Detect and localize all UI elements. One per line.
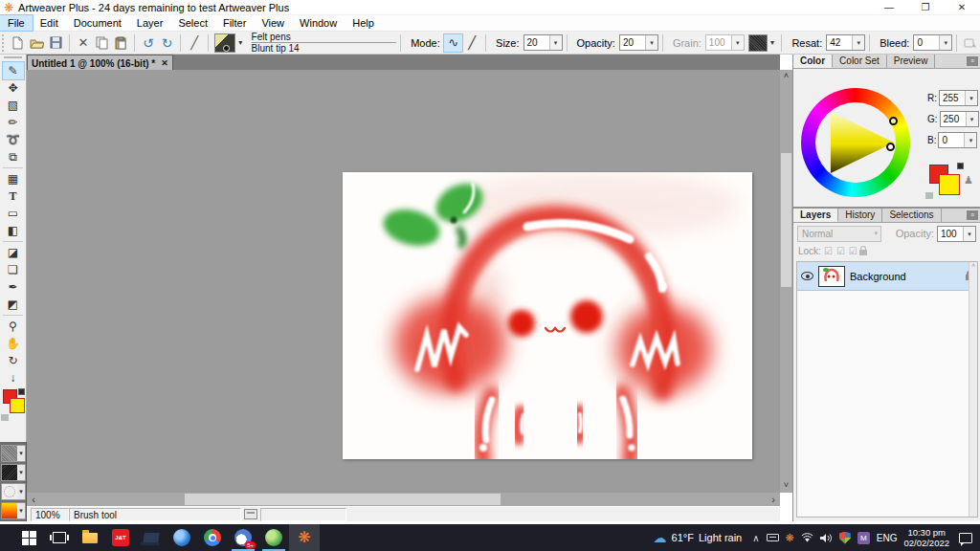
tab-preview[interactable]: Preview xyxy=(887,55,936,68)
b-value[interactable]: 0 xyxy=(939,133,964,147)
security-tray-icon[interactable] xyxy=(839,532,851,544)
tool-rotate-canvas[interactable]: ↻ xyxy=(3,352,24,369)
opacity-spinner[interactable]: 20▾ xyxy=(619,34,658,51)
tool-select-rectangle[interactable]: ▧ xyxy=(3,97,24,114)
resat-dropdown-arrow[interactable]: ▾ xyxy=(852,35,864,50)
laptop-app-button[interactable] xyxy=(136,524,167,551)
texture-selector[interactable]: ▾ xyxy=(1,464,26,481)
tab-history[interactable]: History xyxy=(838,209,882,222)
copy-button[interactable] xyxy=(93,33,112,53)
layer-row-background[interactable]: Background xyxy=(797,262,977,291)
tool-crop[interactable]: ⧉ xyxy=(3,148,24,165)
size-value[interactable]: 20 xyxy=(524,35,549,50)
layer-visibility-eye-icon[interactable] xyxy=(801,272,813,280)
bleed-value[interactable]: 0 xyxy=(914,35,939,50)
edge-button[interactable] xyxy=(167,524,197,551)
tab-color[interactable]: Color xyxy=(793,55,833,68)
undo-button[interactable]: ↺ xyxy=(139,33,158,53)
tool-text[interactable]: T xyxy=(3,187,24,205)
redo-button[interactable]: ↻ xyxy=(158,33,177,53)
volume-tray-icon[interactable] xyxy=(820,533,833,543)
color-panel-menu-icon[interactable]: ≡ xyxy=(967,56,978,66)
gradient-dropdown-arrow[interactable]: ▾ xyxy=(17,503,25,518)
r-dropdown-arrow[interactable]: ▾ xyxy=(965,91,977,105)
layer-opacity-spinner[interactable]: 100▾ xyxy=(937,226,976,242)
wifi-tray-icon[interactable] xyxy=(801,533,813,543)
pattern-dropdown-arrow[interactable]: ▾ xyxy=(17,484,25,499)
tracing-stamp-icon[interactable]: ♟ xyxy=(964,174,974,186)
g-value[interactable]: 250 xyxy=(941,112,966,126)
save-button[interactable] xyxy=(46,33,65,53)
grain-texture-dropdown-arrow[interactable]: ▾ xyxy=(768,33,778,53)
bleed-dropdown-arrow[interactable]: ▾ xyxy=(939,35,951,50)
artweaver-tray-icon[interactable]: ❋ xyxy=(786,532,794,544)
tool-pencil[interactable]: ✏ xyxy=(3,114,24,131)
layer-list-scroll-up[interactable]: ˄ xyxy=(971,262,975,269)
task-view-button[interactable] xyxy=(44,524,75,551)
new-document-button[interactable] xyxy=(9,33,28,53)
reset-colors-icon[interactable] xyxy=(1,414,9,421)
layer-opacity-value[interactable]: 100 xyxy=(938,227,963,241)
default-colors-icon[interactable] xyxy=(18,388,25,395)
green-app-button[interactable] xyxy=(258,524,289,551)
hidden-icons-chevron[interactable]: ∧ xyxy=(752,533,759,543)
vertical-scrollbar[interactable]: ˄ ˅ xyxy=(780,70,792,493)
restore-button[interactable]: ❐ xyxy=(907,0,944,15)
menu-document[interactable]: Document xyxy=(66,15,129,31)
menu-help[interactable]: Help xyxy=(345,15,382,31)
paper-selector[interactable]: ▾ xyxy=(1,445,26,462)
tool-gradient[interactable]: ◧ xyxy=(3,222,24,239)
b-spinner[interactable]: 0▾ xyxy=(938,132,977,148)
document-tab[interactable]: Untitled 1 @ 100% (16-bit) * ✕ xyxy=(27,55,173,70)
background-color-swatch[interactable] xyxy=(10,398,25,413)
tool-brush[interactable]: ✎ xyxy=(3,62,24,79)
app-tray-icon[interactable]: M xyxy=(858,532,870,544)
chrome-button[interactable] xyxy=(197,524,228,551)
tool-clone-stamp[interactable]: ❏ xyxy=(3,261,24,278)
menu-filter[interactable]: Filter xyxy=(215,15,254,31)
weather-widget[interactable]: ☁ 61°F Light rain xyxy=(654,530,743,545)
menu-file[interactable]: File xyxy=(0,15,33,31)
tool-eraser[interactable]: ◪ xyxy=(3,244,24,261)
mode-freehand-button[interactable]: ∿ xyxy=(444,34,463,52)
minimize-button[interactable]: — xyxy=(871,0,907,15)
jt-express-button[interactable]: J&T xyxy=(105,524,136,551)
action-center-icon[interactable] xyxy=(959,533,972,543)
start-button[interactable] xyxy=(13,524,44,551)
size-spinner[interactable]: 20▾ xyxy=(523,34,563,51)
r-value[interactable]: 255 xyxy=(940,91,965,105)
layer-opacity-dropdown-arrow[interactable]: ▾ xyxy=(963,227,975,241)
opacity-dropdown-arrow[interactable]: ▾ xyxy=(645,35,657,50)
hue-marker[interactable] xyxy=(889,117,898,125)
sv-marker[interactable] xyxy=(886,143,895,151)
tool-pattern-stamp[interactable]: ▦ xyxy=(3,170,24,187)
tool-eyedropper[interactable]: ✒ xyxy=(3,278,24,296)
menu-edit[interactable]: Edit xyxy=(33,15,66,31)
opacity-value[interactable]: 20 xyxy=(620,35,645,50)
menu-layer[interactable]: Layer xyxy=(129,15,171,31)
layers-panel-menu-icon[interactable]: ≡ xyxy=(967,210,978,220)
panel-background-swatch[interactable] xyxy=(939,174,960,195)
open-button[interactable] xyxy=(28,33,47,53)
messenger-app-button[interactable]: 5+ xyxy=(228,524,258,551)
scroll-right-arrow[interactable]: › xyxy=(767,494,780,506)
close-button[interactable]: ✕ xyxy=(944,0,980,15)
scroll-left-arrow[interactable]: ‹ xyxy=(27,494,40,506)
language-indicator[interactable]: ENG xyxy=(877,533,898,543)
grain-texture-swatch[interactable] xyxy=(748,34,768,52)
artweaver-taskbar-button[interactable]: ❋ xyxy=(289,524,320,551)
brush-selector[interactable]: Felt pens Blunt tip 14 xyxy=(246,32,397,54)
tab-close-icon[interactable]: ✕ xyxy=(161,58,168,68)
panel-default-colors-icon[interactable] xyxy=(957,163,964,169)
vertical-scroll-thumb[interactable] xyxy=(781,153,791,287)
menu-select[interactable]: Select xyxy=(170,15,215,31)
tool-swap-colors[interactable]: ↓ xyxy=(3,369,24,386)
zoom-level[interactable]: 100% xyxy=(31,508,69,521)
cut-button[interactable]: ✕ xyxy=(74,33,93,53)
horizontal-scrollbar[interactable]: ‹ › xyxy=(27,493,780,506)
menu-window[interactable]: Window xyxy=(292,15,345,31)
tool-zoom[interactable]: ⚲ xyxy=(3,318,24,335)
input-device-tray-icon[interactable] xyxy=(767,534,779,541)
g-spinner[interactable]: 250▾ xyxy=(940,111,979,127)
paper-dropdown-arrow[interactable]: ▾ xyxy=(17,446,25,461)
